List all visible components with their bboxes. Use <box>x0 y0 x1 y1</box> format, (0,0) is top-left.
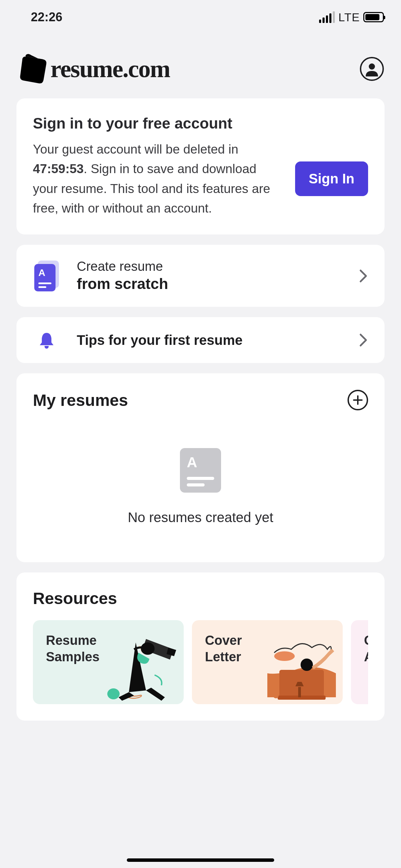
resource-label: Cover Letter <box>205 632 330 665</box>
cellular-signal-icon <box>319 11 335 23</box>
home-indicator[interactable] <box>127 858 274 862</box>
status-right: LTE <box>319 11 384 24</box>
resources-title: Resources <box>33 589 368 608</box>
logo-text: resume.com <box>50 55 170 83</box>
my-resumes-card: My resumes A No resumes created yet <box>16 373 385 562</box>
add-resume-button[interactable] <box>348 390 368 410</box>
user-icon <box>364 61 379 76</box>
svg-rect-7 <box>298 687 301 697</box>
create-resume-card[interactable]: A Create resume from scratch <box>16 245 385 307</box>
empty-text: No resumes created yet <box>33 510 368 525</box>
logo-icon <box>19 53 49 85</box>
tips-card[interactable]: Tips for your first resume <box>16 317 385 363</box>
create-pretitle: Create resume <box>77 259 342 274</box>
resource-cover-letter[interactable]: Cover Letter <box>192 620 343 704</box>
profile-button[interactable] <box>360 57 384 81</box>
resources-scroll[interactable]: Resume Samples Cover Letter <box>33 620 368 704</box>
network-label: LTE <box>338 11 360 24</box>
svg-rect-5 <box>278 696 326 700</box>
signin-button[interactable]: Sign In <box>295 161 368 196</box>
bell-icon <box>39 331 54 349</box>
signin-title: Sign in to your free account <box>33 115 368 132</box>
svg-point-0 <box>369 63 375 70</box>
empty-document-icon: A <box>180 448 221 493</box>
create-title: from scratch <box>77 275 342 292</box>
tips-title: Tips for your first resume <box>77 333 342 348</box>
svg-point-8 <box>273 693 279 698</box>
status-bar: 22:26 LTE <box>0 0 401 34</box>
resource-resume-samples[interactable]: Resume Samples <box>33 620 184 704</box>
countdown-timer: 47:59:53 <box>33 162 84 176</box>
resource-label: Resume Samples <box>46 632 171 665</box>
svg-point-1 <box>107 688 120 699</box>
signin-card: Sign in to your free account Your guest … <box>16 98 385 234</box>
chevron-right-icon <box>359 333 368 347</box>
resource-career-advice[interactable]: Ca Ad <box>351 620 368 704</box>
chevron-right-icon <box>359 269 368 283</box>
plus-icon <box>352 395 363 406</box>
empty-state: A No resumes created yet <box>33 417 368 546</box>
my-resumes-title: My resumes <box>33 391 128 410</box>
app-logo: resume.com <box>19 53 170 85</box>
battery-icon <box>363 12 384 22</box>
status-time: 22:26 <box>31 10 62 24</box>
resources-card: Resources Resume Samples Cover Letter <box>16 572 385 721</box>
document-icon: A <box>34 261 59 291</box>
signin-description: Your guest account will be deleted in 47… <box>33 140 281 218</box>
app-header: resume.com <box>0 34 401 98</box>
